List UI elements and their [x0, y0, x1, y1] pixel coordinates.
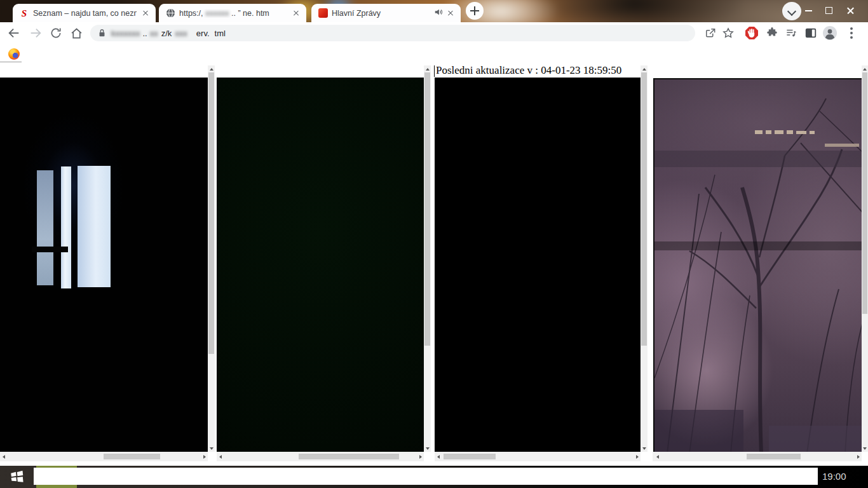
scroll-right-icon[interactable] [201, 453, 208, 460]
scrollbar-horizontal[interactable] [0, 452, 208, 461]
scrollbar-horizontal[interactable] [217, 452, 424, 461]
camera-frame-4[interactable] [653, 78, 862, 452]
scroll-left-icon[interactable] [435, 453, 442, 460]
url-redacted-segment: xxx [175, 29, 187, 38]
audio-playing-icon[interactable] [434, 8, 443, 19]
url-redacted-segment: kxxxxxx [111, 29, 140, 38]
scrollbar-vertical[interactable] [208, 65, 215, 452]
browser-titlebar: S Seznam – najdu tam, co neznám https:/,… [0, 0, 868, 22]
tab-close-icon[interactable] [291, 8, 301, 18]
minimize-button[interactable] [798, 0, 818, 21]
adblock-extension-icon[interactable] [743, 24, 761, 42]
scrollbar-vertical[interactable] [424, 65, 431, 452]
home-icon[interactable] [67, 24, 85, 42]
frame-border [434, 65, 435, 77]
scrollbar-vertical[interactable] [641, 65, 648, 452]
lit-window-strip [78, 166, 111, 287]
url-text: z/k [161, 29, 172, 38]
scroll-thumb[interactable] [747, 454, 801, 459]
scroll-up-icon[interactable] [208, 65, 215, 72]
scroll-up-icon[interactable] [424, 65, 431, 72]
door-handle-shadow [32, 247, 68, 252]
scroll-up-icon[interactable] [641, 65, 648, 72]
last-update-text: Posledni aktualizace v : 04-01-23 18:59:… [436, 64, 621, 77]
url-text: tml [215, 29, 226, 38]
start-button[interactable] [10, 470, 24, 487]
taskbar-clock[interactable]: 19:00 [822, 471, 846, 482]
scroll-left-icon[interactable] [654, 453, 661, 460]
page-content: Posledni aktualizace v : 04-01-23 18:59:… [0, 43, 868, 466]
scroll-thumb[interactable] [104, 454, 160, 459]
url-text: .. [143, 29, 147, 38]
scroll-left-icon[interactable] [0, 453, 7, 460]
scroll-left-icon[interactable] [217, 453, 224, 460]
zpravy-favicon-icon [318, 8, 328, 18]
media-controls-icon[interactable] [782, 24, 800, 42]
tab-title: Seznam – najdu tam, co neznám [33, 9, 137, 18]
browser-toolbar: kxxxxxx .. xx z/k xxx erv. tml [0, 22, 868, 43]
tab-seznam[interactable]: S Seznam – najdu tam, co neznám [13, 4, 156, 22]
scrollbar-vertical[interactable] [862, 65, 868, 452]
scrollbar-horizontal[interactable] [435, 452, 641, 461]
scroll-thumb[interactable] [299, 454, 399, 459]
scroll-thumb[interactable] [862, 72, 867, 314]
lit-window-strip [37, 170, 53, 285]
scroll-down-icon[interactable] [208, 445, 215, 452]
seznam-favicon-icon: S [19, 8, 29, 18]
tab-hlavni-zpravy[interactable]: Hlavní Zprávy [311, 4, 461, 22]
camera-frame-3[interactable] [435, 78, 641, 452]
menu-kebab-icon[interactable] [845, 24, 858, 42]
windows-taskbar: 19:00 [0, 466, 868, 488]
scroll-right-icon[interactable] [855, 453, 862, 460]
scroll-right-icon[interactable] [634, 453, 641, 460]
new-tab-button[interactable] [466, 2, 484, 20]
scroll-thumb[interactable] [208, 72, 214, 354]
globe-favicon-icon [165, 8, 175, 18]
scrollbar-horizontal[interactable] [653, 452, 862, 461]
lock-icon[interactable] [98, 29, 106, 37]
scroll-thumb[interactable] [424, 72, 430, 346]
tab-close-icon[interactable] [140, 8, 151, 18]
tab-title: Hlavní Zprávy [332, 9, 430, 18]
taskbar-white-window[interactable] [34, 468, 818, 485]
side-panel-icon[interactable] [802, 24, 820, 42]
lit-window-strip [61, 166, 71, 288]
url-redacted-segment: xx [150, 29, 158, 38]
extensions-puzzle-icon[interactable] [763, 24, 781, 42]
scroll-thumb[interactable] [641, 72, 647, 346]
maximize-button[interactable] [818, 0, 839, 21]
tab-close-icon[interactable] [445, 8, 456, 18]
profile-avatar[interactable] [821, 24, 839, 42]
address-bar[interactable]: kxxxxxx .. xx z/k xxx erv. tml [90, 25, 695, 41]
firefox-logo-icon[interactable] [8, 48, 20, 60]
scroll-down-icon[interactable] [862, 445, 868, 452]
tab-camera-page[interactable]: https:/, xxxxxx .. ” ne. htm [159, 4, 306, 22]
scroll-right-icon[interactable] [417, 453, 424, 460]
camera-frame-2[interactable] [217, 78, 424, 452]
scroll-down-icon[interactable] [641, 445, 648, 452]
link-underline [0, 62, 22, 62]
scroll-down-icon[interactable] [424, 445, 431, 452]
scroll-up-icon[interactable] [862, 65, 868, 72]
forward-icon[interactable] [27, 24, 44, 42]
tab-title: https:/, xxxxxx .. ” ne. htm [179, 9, 287, 18]
url-text: erv. [196, 29, 210, 38]
reload-icon[interactable] [47, 24, 65, 42]
window-close-button[interactable] [840, 0, 860, 21]
back-icon[interactable] [5, 24, 23, 42]
bookmark-star-icon[interactable] [719, 24, 737, 42]
scroll-thumb[interactable] [444, 454, 496, 459]
share-icon[interactable] [702, 24, 719, 42]
camera-frame-1[interactable] [0, 78, 208, 452]
